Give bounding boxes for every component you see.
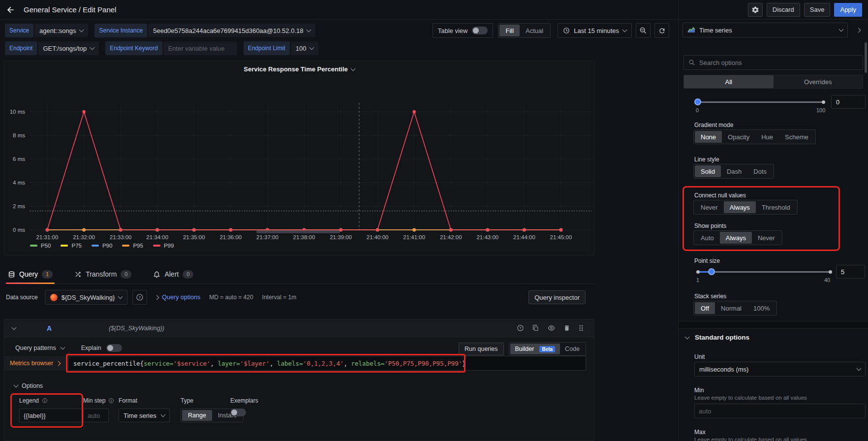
legend-item-p50[interactable]: P50 — [30, 243, 51, 249]
min-label: Min — [694, 387, 704, 394]
endpoint-limit-dropdown[interactable]: 100 — [291, 41, 319, 55]
collapse-query-icon[interactable] — [12, 325, 17, 330]
points-never-option[interactable]: Never — [752, 232, 781, 244]
code-option[interactable]: Code — [560, 344, 585, 354]
query-options-toggle[interactable]: Query options — [155, 294, 200, 301]
line-dots-option[interactable]: Dots — [747, 165, 773, 177]
query-ref-id[interactable]: A — [47, 324, 52, 332]
service-value-dropdown[interactable]: agent::songs — [34, 24, 88, 37]
legend-item-p99[interactable]: P99 — [153, 243, 174, 249]
shuffle-icon — [74, 271, 82, 278]
legend-item-p90[interactable]: P90 — [92, 243, 112, 249]
table-view-toggle[interactable] — [472, 27, 488, 34]
drag-handle-icon[interactable] — [578, 324, 584, 332]
standard-options-collapse[interactable]: Standard options — [685, 334, 749, 341]
datasource-help-button[interactable]: ? — [132, 290, 147, 305]
points-auto-option[interactable]: Auto — [695, 232, 720, 244]
nulls-never-option[interactable]: Never — [695, 201, 724, 213]
point-size-value-input[interactable]: 5 — [836, 265, 865, 279]
point-size-track[interactable] — [698, 271, 831, 273]
alert-count-badge: 0 — [183, 270, 193, 279]
back-button[interactable] — [0, 0, 22, 20]
datasource-picker[interactable]: ${DS_SkyWalking} — [45, 290, 128, 305]
options-collapse[interactable]: Options — [14, 382, 43, 389]
endpoint-value-dropdown[interactable]: GET:/songs/top — [38, 41, 99, 55]
type-range-option[interactable]: Range — [182, 410, 212, 421]
query-inspector-button[interactable]: Query inspector — [528, 290, 586, 304]
panel-title: Service Response Time Percentile — [244, 65, 347, 73]
delete-query-icon[interactable] — [563, 324, 570, 332]
opacity-value-input[interactable]: 0 — [831, 95, 866, 109]
svg-text:21:37:00: 21:37:00 — [256, 234, 279, 240]
stack-normal-option[interactable]: Normal — [715, 302, 747, 314]
min-input[interactable] — [694, 404, 866, 418]
legend-format-input[interactable] — [19, 409, 82, 422]
chevron-down-icon — [685, 334, 690, 339]
exemplars-toggle[interactable] — [230, 409, 246, 416]
zoom-out-button[interactable] — [636, 23, 651, 38]
endpoint-keyword-variable: Endpoint Keyword — [105, 41, 237, 55]
promql-query-input[interactable]: service_percentile{service='$service', l… — [68, 356, 586, 371]
query-help-icon[interactable]: ? — [517, 324, 524, 332]
min-step-input[interactable] — [83, 409, 109, 422]
gradient-scheme-option[interactable]: Scheme — [779, 131, 814, 143]
gradient-hue-option[interactable]: Hue — [755, 131, 779, 143]
tab-transform[interactable]: Transform 0 — [72, 265, 133, 284]
points-always-option[interactable]: Always — [720, 232, 752, 244]
unit-select[interactable]: milliseconds (ms) — [694, 362, 866, 377]
search-icon — [688, 59, 695, 66]
builder-option[interactable]: Builder Beta — [510, 344, 560, 354]
show-points-control: Auto Always Never — [693, 230, 782, 245]
options-search-input[interactable] — [699, 59, 858, 66]
sidebar-scrollbar[interactable] — [865, 42, 867, 73]
panel-type-picker[interactable]: Time series — [682, 23, 848, 37]
tab-all[interactable]: All — [684, 75, 774, 88]
line-style-label: Line style — [694, 156, 719, 163]
endpoint-limit-variable: Endpoint Limit 100 — [244, 41, 319, 55]
chevron-down-icon — [839, 27, 844, 32]
legend-item-p75[interactable]: P75 — [61, 243, 81, 249]
stack-off-option[interactable]: Off — [695, 302, 715, 314]
horizontal-scrollbar[interactable] — [256, 230, 340, 233]
format-select[interactable]: Time series — [119, 409, 170, 422]
tab-overrides[interactable]: Overrides — [774, 75, 863, 88]
endpoint-keyword-input[interactable] — [168, 45, 232, 52]
variables-row-2: Endpoint GET:/songs/top Endpoint Keyword… — [0, 41, 675, 56]
gradient-none-option[interactable]: None — [695, 131, 722, 143]
refresh-button[interactable] — [654, 23, 669, 38]
nulls-always-option[interactable]: Always — [724, 201, 756, 213]
tab-query[interactable]: Query 1 — [6, 265, 55, 284]
sidebar-collapse-button[interactable] — [852, 23, 865, 37]
run-queries-button[interactable]: Run queries — [459, 343, 503, 355]
chevron-right-icon — [56, 361, 61, 366]
nulls-threshold-option[interactable]: Threshold — [756, 201, 796, 213]
opacity-slider-track[interactable] — [698, 101, 824, 103]
gradient-opacity-option[interactable]: Opacity — [722, 131, 755, 143]
point-size-handle[interactable] — [708, 268, 715, 275]
toggle-visibility-icon[interactable] — [547, 324, 556, 332]
legend-item-p95[interactable]: P95 — [122, 243, 143, 249]
explain-toggle[interactable] — [106, 344, 122, 352]
chevron-right-icon — [155, 295, 159, 300]
legend-series-label: P75 — [71, 243, 81, 249]
query-row-header[interactable]: A (${DS_SkyWalking}) ? — [4, 319, 594, 337]
actual-option[interactable]: Actual — [520, 25, 549, 36]
panel-title-menu[interactable]: Service Response Time Percentile — [4, 65, 594, 73]
opacity-slider-handle[interactable] — [694, 98, 701, 105]
fill-option[interactable]: Fill — [499, 25, 520, 36]
metrics-browser-button[interactable]: Metrics browser — [4, 356, 65, 371]
line-dash-option[interactable]: Dash — [721, 165, 747, 177]
legend-color-swatch — [153, 245, 160, 247]
service-instance-value-dropdown[interactable]: 5eed0e5758a244aca6e7699415d360aa@10.52.0… — [148, 24, 315, 37]
time-range-picker[interactable]: Last 15 minutes — [558, 23, 632, 38]
timeseries-chart[interactable]: 0 ms2 ms4 ms6 ms8 ms10 ms21:31:0021:32:0… — [4, 61, 594, 255]
stack-100-option[interactable]: 100% — [747, 302, 775, 314]
svg-text:10 ms: 10 ms — [10, 109, 26, 115]
chevron-down-icon — [857, 366, 862, 371]
tab-alert[interactable]: Alert 0 — [151, 265, 195, 284]
line-solid-option[interactable]: Solid — [695, 165, 721, 177]
svg-text:21:39:00: 21:39:00 — [330, 234, 352, 240]
query-editor-card: A (${DS_SkyWalking}) ? Query patterns Ex… — [4, 319, 594, 441]
query-patterns-dropdown[interactable]: Query patterns — [15, 345, 56, 351]
duplicate-query-icon[interactable] — [532, 324, 539, 332]
